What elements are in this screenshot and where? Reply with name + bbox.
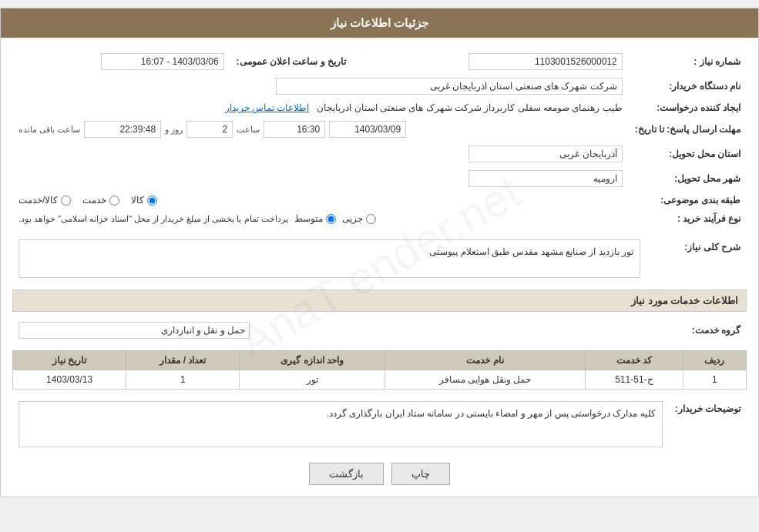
category-kala-label: کالا [131, 195, 144, 206]
print-button[interactable]: چاپ [391, 463, 450, 485]
category-kala-khadamat-label: کالا/خدمت [18, 195, 58, 206]
delivery-city-label: شهر محل تحویل: [629, 166, 747, 191]
creator-contact-link[interactable]: اطلاعات تماس خریدار [225, 102, 310, 113]
back-button[interactable]: بازگشت [309, 463, 384, 485]
service-group-input: حمل و نقل و انبارداری [18, 322, 250, 339]
time-value: 16:30 [264, 121, 325, 138]
purchase-type-container: پرداخت تمام یا بخشی از مبلغ خریدار از مح… [18, 213, 623, 224]
purchase-type-label: نوع فرآیند خرید : [629, 209, 747, 228]
category-khadamat-label: خدمت [82, 195, 106, 206]
mutawasit-label: متوسط [294, 213, 323, 224]
purchase-type-note: پرداخت تمام یا بخشی از مبلغ خریدار از مح… [18, 214, 288, 224]
category-khadamat-radio[interactable] [109, 196, 119, 206]
reply-deadline-label: مهلت ارسال پاسخ: تا تاریخ: [629, 117, 747, 142]
creator-value: طیب رهنمای صومعه سفلی کاربرداز شرکت شهرک… [12, 99, 629, 117]
description-table: شرح کلی نیاز: تور بازدید از صنایع مشهد م… [12, 236, 747, 282]
service-group-label: گروه خدمت: [646, 318, 747, 343]
cell-service-code: ج-51-511 [585, 370, 683, 390]
category-row: کالا/خدمت خدمت کالا [12, 191, 629, 209]
buyer-notes-label: توضیحات خریدار: [669, 397, 747, 451]
buyer-notes-table: توضیحات خریدار: کلیه مدارک درخواستی پس ا… [12, 397, 747, 451]
delivery-city-value: ارومیه [12, 166, 629, 191]
cell-service-name: حمل ونقل هوایی مسافر [385, 370, 586, 390]
service-group-row: حمل و نقل و انبارداری [18, 322, 640, 339]
need-description-box: تور بازدید از صنایع مشهد مقدس طبق استعلا… [18, 239, 640, 278]
category-option-kala-khadamat: کالا/خدمت [18, 195, 71, 206]
creator-text: طیب رهنمای صومعه سفلی کاربرداز شرکت شهرک… [317, 102, 622, 113]
col-header-service-name: نام خدمت [385, 351, 586, 370]
services-section-header: اطلاعات خدمات مورد نیاز [12, 289, 747, 312]
delivery-province-value: آذربایجان غربی [12, 142, 629, 166]
purchase-type-mutawasit: متوسط [294, 213, 336, 224]
delivery-province-label: استان محل تحویل: [629, 142, 747, 166]
time-label: ساعت [237, 125, 260, 135]
category-option-kala: کالا [131, 195, 157, 206]
info-table: شماره نیاز : 1103001526000012 تاریخ و سا… [12, 49, 747, 228]
category-label: طبقه بندی موضوعی: [629, 191, 747, 209]
service-group-table: گروه خدمت: حمل و نقل و انبارداری [12, 318, 747, 343]
days-label: روز و [165, 125, 183, 135]
cell-date: 1403/03/13 [13, 370, 126, 390]
reply-deadline-row: ساعت باقی مانده 22:39:48 روز و 2 ساعت 16… [12, 117, 629, 142]
reply-date-value: 1403/03/09 [329, 121, 406, 138]
col-header-unit: واحد اندازه گیری [240, 351, 385, 370]
delivery-city-input: ارومیه [468, 170, 623, 187]
service-group-value: حمل و نقل و انبارداری [12, 318, 646, 343]
category-option-khadamat: خدمت [82, 195, 119, 206]
col-header-date: تاریخ نیاز [13, 351, 126, 370]
jozi-label: جزیی [342, 213, 363, 224]
need-description-cell: تور بازدید از صنایع مشهد مقدس طبق استعلا… [12, 236, 646, 282]
jozi-radio[interactable] [366, 214, 376, 224]
need-number-input: 1103001526000012 [468, 53, 623, 70]
purchase-type-row: پرداخت تمام یا بخشی از مبلغ خریدار از مح… [12, 209, 629, 228]
buyer-notes-box: کلیه مدارک درخواستی پس از مهر و امضاء با… [18, 401, 663, 447]
announcement-date-value: 1403/03/06 - 16:07 [12, 49, 230, 74]
cell-unit: تور [240, 370, 385, 390]
announcement-date-input: 1403/03/06 - 16:07 [101, 53, 224, 70]
buyer-org-input: شرکت شهرک های صنعتی استان اذربایجان غربی [276, 78, 623, 95]
table-row: 1 ج-51-511 حمل ونقل هوایی مسافر تور 1 14… [13, 370, 747, 390]
creator-label: ایجاد کننده درخواست: [629, 99, 747, 117]
buyer-org-value: شرکت شهرک های صنعتی استان اذربایجان غربی [12, 74, 629, 99]
need-number-label: شماره نیاز : [629, 49, 747, 74]
need-number-value: 1103001526000012 [361, 49, 629, 74]
need-description-label: شرح کلی نیاز: [646, 236, 747, 282]
category-kala-radio[interactable] [147, 196, 157, 206]
category-kala-khadamat-radio[interactable] [61, 196, 71, 206]
days-value: 2 [186, 121, 233, 138]
buttons-row: بازگشت چاپ [12, 463, 747, 485]
remaining-time-label: ساعت باقی مانده [18, 125, 80, 135]
remaining-time-value: 22:39:48 [84, 121, 161, 138]
page-header: جزئیات اطلاعات نیاز [1, 8, 758, 38]
col-header-row: ردیف [683, 351, 746, 370]
page-title: جزئیات اطلاعات نیاز [331, 16, 428, 29]
col-header-service-code: کد خدمت [585, 351, 683, 370]
services-table: ردیف کد خدمت نام خدمت واحد اندازه گیری ت… [12, 350, 747, 390]
col-header-quantity: تعداد / مقدار [126, 351, 240, 370]
purchase-type-jozi: جزیی [342, 213, 376, 224]
mutawasit-radio[interactable] [326, 214, 336, 224]
buyer-notes-cell: کلیه مدارک درخواستی پس از مهر و امضاء با… [12, 397, 669, 451]
announcement-date-label: تاریخ و ساعت اعلان عمومی: [230, 49, 361, 74]
buyer-org-label: نام دستگاه خریدار: [629, 74, 747, 99]
cell-row: 1 [683, 370, 746, 390]
cell-quantity: 1 [126, 370, 240, 390]
category-radio-group: کالا/خدمت خدمت کالا [18, 195, 623, 206]
delivery-province-input: آذربایجان غربی [468, 146, 623, 162]
